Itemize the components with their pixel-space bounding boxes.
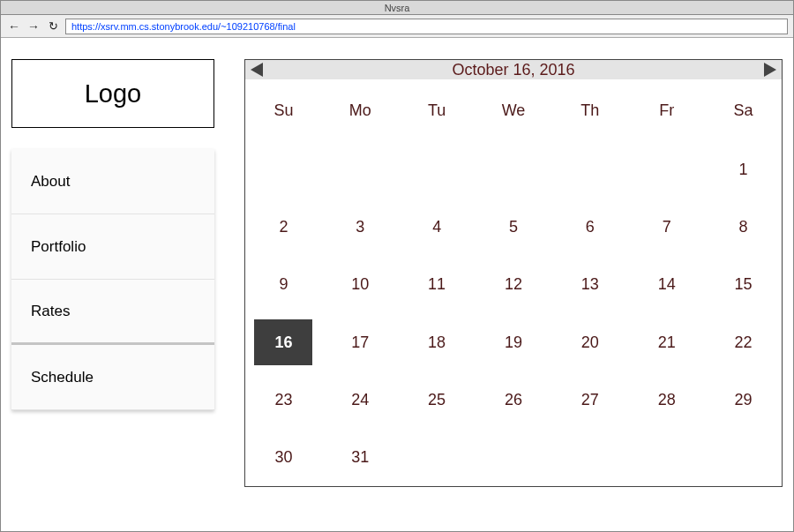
calendar-empty-cell (551, 141, 628, 199)
calendar-day[interactable]: 19 (476, 313, 552, 371)
calendar-title: October 16, 2016 (452, 61, 574, 79)
calendar-day[interactable]: 26 (476, 371, 552, 429)
calendar-day[interactable]: 20 (551, 313, 628, 371)
calendar-grid: SuMoTuWeThFrSa12345678910111213141516171… (245, 79, 782, 486)
calendar-day[interactable]: 10 (322, 256, 399, 313)
calendar-empty-cell (628, 429, 705, 486)
day-header: Su (245, 79, 322, 141)
calendar-empty-cell (628, 141, 705, 199)
prev-month-button[interactable] (251, 63, 263, 77)
calendar: October 16, 2016 SuMoTuWeThFrSa123456789… (244, 59, 783, 487)
refresh-button[interactable]: ↻ (45, 19, 62, 33)
calendar-empty-cell (399, 429, 476, 486)
nav-item-schedule[interactable]: Schedule (11, 345, 214, 410)
calendar-day[interactable]: 7 (628, 199, 705, 256)
calendar-day[interactable]: 21 (628, 313, 705, 371)
forward-button[interactable]: → (26, 19, 41, 34)
next-month-button[interactable] (764, 63, 776, 77)
calendar-empty-cell (245, 141, 322, 199)
calendar-day[interactable]: 17 (322, 313, 399, 371)
nav-item-about[interactable]: About (11, 149, 214, 214)
back-button[interactable]: ← (6, 19, 22, 34)
day-header: Fr (628, 79, 705, 141)
calendar-empty-cell (322, 141, 399, 199)
calendar-day[interactable]: 28 (628, 371, 705, 429)
calendar-day[interactable]: 11 (399, 256, 476, 313)
calendar-day[interactable]: 29 (705, 371, 782, 429)
day-header: Sa (705, 79, 782, 141)
calendar-day[interactable]: 14 (628, 256, 705, 313)
window-title: Nvsra (1, 1, 793, 15)
nav-menu: AboutPortfolioRatesSchedule (11, 149, 214, 410)
calendar-day[interactable]: 8 (705, 199, 782, 256)
calendar-day[interactable]: 24 (322, 371, 399, 429)
day-header: Th (551, 79, 628, 141)
calendar-day[interactable]: 18 (399, 313, 476, 371)
calendar-day[interactable]: 16 (254, 319, 312, 365)
day-header: Mo (322, 79, 399, 141)
calendar-day[interactable]: 27 (551, 371, 628, 429)
calendar-empty-cell (551, 429, 628, 486)
calendar-empty-cell (476, 429, 552, 486)
address-bar-row: ← → ↻ (1, 15, 793, 38)
calendar-empty-cell (476, 141, 552, 199)
calendar-day[interactable]: 30 (245, 429, 322, 486)
day-header: We (476, 79, 552, 141)
nav-item-portfolio[interactable]: Portfolio (11, 214, 214, 280)
logo: Logo (11, 59, 214, 128)
calendar-day[interactable]: 13 (551, 256, 628, 313)
calendar-day[interactable]: 9 (245, 256, 322, 313)
calendar-header: October 16, 2016 (245, 60, 782, 79)
calendar-day[interactable]: 2 (245, 199, 322, 256)
calendar-day[interactable]: 15 (705, 256, 782, 313)
calendar-day[interactable]: 6 (551, 199, 628, 256)
calendar-empty-cell (705, 429, 782, 486)
calendar-day[interactable]: 4 (399, 199, 476, 256)
calendar-day[interactable]: 12 (476, 256, 552, 313)
calendar-day[interactable]: 25 (399, 371, 476, 429)
calendar-day[interactable]: 23 (245, 371, 322, 429)
url-input[interactable] (65, 19, 788, 34)
nav-item-rates[interactable]: Rates (11, 280, 214, 345)
calendar-day[interactable]: 1 (705, 141, 782, 199)
calendar-day[interactable]: 5 (476, 199, 552, 256)
calendar-day[interactable]: 22 (705, 313, 782, 371)
calendar-empty-cell (399, 141, 476, 199)
calendar-day[interactable]: 31 (322, 429, 399, 486)
day-header: Tu (399, 79, 476, 141)
calendar-day[interactable]: 3 (322, 199, 399, 256)
